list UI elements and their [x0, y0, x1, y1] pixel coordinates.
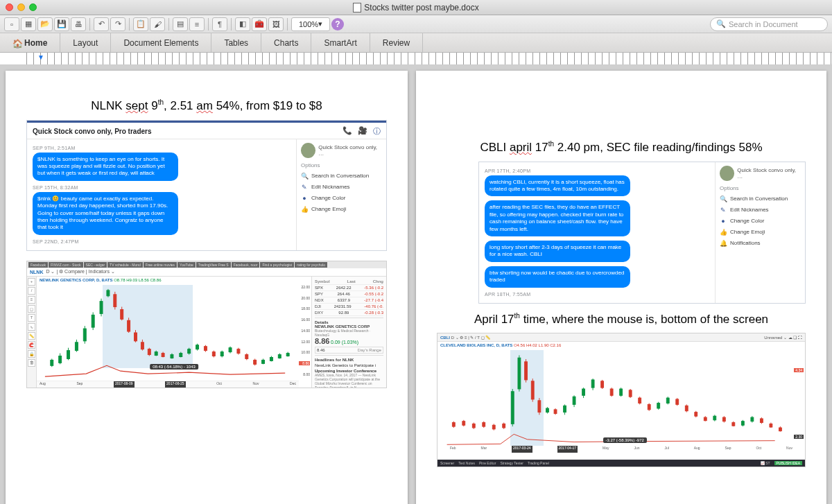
svg-rect-63	[452, 423, 455, 427]
tab-review[interactable]: Review	[370, 33, 423, 52]
browser-tab: rating for psycholo	[295, 262, 327, 268]
tab-smartart[interactable]: SmartArt	[311, 33, 370, 52]
svg-rect-47	[229, 347, 232, 351]
horizontal-ruler[interactable]: ▼	[0, 53, 832, 65]
svg-rect-111	[666, 398, 669, 403]
chart-measure-tag: -3.27 (-58.39%) -972	[603, 437, 647, 443]
show-nonprinting-button[interactable]: ¶	[212, 17, 227, 31]
search-in-document[interactable]: 🔍 Search in Document	[710, 17, 828, 31]
svg-rect-59	[278, 354, 281, 358]
axis-price-lo: 2.30	[794, 435, 804, 439]
svg-rect-33	[171, 354, 173, 358]
bell-icon: 🔔	[720, 240, 727, 247]
zoom-window-button[interactable]	[29, 3, 37, 11]
phone-icon: 📞	[343, 126, 352, 137]
fib-tool: ≡	[28, 296, 35, 304]
candlestick-chart	[440, 350, 788, 447]
svg-rect-115	[685, 406, 688, 410]
svg-rect-93	[582, 389, 585, 395]
print-button[interactable]: 🖶	[71, 17, 86, 31]
chat-bubble: long story short after 2-3 days of squee…	[485, 241, 630, 262]
templates-button[interactable]: ▦	[21, 17, 36, 31]
chart-toolbar: CBLI D ⌄ ⚙ ≡ | ✎ / T ◻ 📏 Unnamed ⌄ ☁ ❏ ⛶	[437, 333, 805, 342]
cursor-tool: +	[28, 278, 35, 286]
tradingview-screenshot-2: CBLI D ⌄ ⚙ ≡ | ✎ / T ◻ 📏 Unnamed ⌄ ☁ ❏ ⛶…	[437, 333, 806, 467]
tab-charts[interactable]: Charts	[261, 33, 311, 52]
chat-bubble: btw shorting now would be chaotic due to…	[485, 266, 630, 288]
svg-rect-53	[254, 360, 257, 364]
svg-rect-45	[220, 351, 223, 356]
avatar	[301, 143, 315, 158]
svg-rect-69	[483, 423, 485, 427]
browser-tabstrip: Facebook FINVIZ.com - Stock SEC - edgar …	[27, 261, 386, 268]
browser-tab: SEC - edgar	[84, 262, 107, 268]
traffic-lights	[6, 3, 37, 11]
pattern-tool: ∿	[28, 323, 35, 331]
save-button[interactable]: 💾	[54, 17, 69, 31]
svg-rect-135	[779, 428, 781, 431]
svg-rect-81	[531, 381, 534, 399]
tab-document-elements[interactable]: Document Elements	[111, 33, 211, 52]
svg-rect-67	[472, 424, 475, 428]
svg-rect-125	[732, 423, 735, 426]
close-window-button[interactable]	[6, 3, 13, 11]
svg-rect-3	[59, 356, 62, 363]
svg-rect-37	[188, 349, 191, 353]
zoom-dropdown[interactable]: 100% ▾	[291, 17, 330, 31]
document-canvas[interactable]: NLNK sept 9th, 2.51 am 54%, from $19 to …	[0, 65, 832, 504]
svg-rect-79	[525, 362, 528, 380]
format-painter-button[interactable]: 🖌	[150, 17, 165, 31]
media-button[interactable]: 🖼	[268, 17, 284, 31]
messenger-screenshot-1: Quick Stock convo only, Pro traders 📞 🎥 …	[26, 120, 387, 251]
page-1: NLNK sept 9th, 2.51 am 54%, from $19 to …	[6, 71, 408, 504]
page1-headline: NLNK sept 9th, 2.51 am 54%, from $19 to …	[26, 98, 387, 113]
shape-tool: ◻	[28, 305, 35, 313]
columns-button[interactable]: ≡	[189, 17, 205, 31]
document-icon	[353, 3, 361, 12]
info-icon: ⓘ	[373, 126, 381, 137]
svg-rect-105	[639, 398, 641, 403]
browser-tab: Find a psychologist	[260, 262, 294, 268]
tab-layout[interactable]: Layout	[60, 33, 111, 52]
undo-button[interactable]: ↶	[94, 17, 109, 31]
svg-rect-17	[114, 295, 116, 307]
chat-header-icons: 📞 🎥 ⓘ	[343, 126, 381, 137]
color-icon: ●	[720, 218, 727, 225]
sidebar-toggle-button[interactable]: ◧	[235, 17, 250, 31]
svg-rect-57	[270, 357, 272, 360]
mac-titlebar: Stocks twitter post maybe.docx	[0, 0, 832, 15]
tables-button[interactable]: ▤	[173, 17, 188, 31]
redo-button[interactable]: ↷	[110, 17, 125, 31]
svg-rect-31	[162, 353, 164, 356]
line-tool: /	[28, 287, 35, 295]
search-icon: 🔍	[720, 195, 727, 202]
svg-rect-73	[503, 424, 505, 428]
tab-tables[interactable]: Tables	[211, 33, 261, 52]
svg-rect-27	[148, 349, 150, 354]
help-button[interactable]: ?	[331, 18, 344, 31]
svg-rect-121	[713, 416, 716, 420]
minimize-window-button[interactable]	[17, 3, 25, 11]
svg-rect-109	[657, 403, 660, 408]
svg-rect-21	[128, 320, 130, 331]
tab-home[interactable]: 🏠Home	[0, 33, 60, 52]
search-placeholder: Search in Document	[729, 20, 798, 28]
indent-marker[interactable]: ▼	[37, 53, 44, 61]
open-button[interactable]: 📂	[37, 17, 53, 31]
avatar	[720, 166, 734, 181]
svg-rect-11	[92, 315, 94, 327]
time-axis: Aug Sep 2017-08-09 2017-08-25 Oct Nov De…	[37, 381, 299, 388]
new-doc-button[interactable]: ▫	[4, 17, 19, 31]
svg-rect-29	[155, 351, 157, 355]
svg-rect-9	[83, 329, 86, 341]
trash-tool: 🗑	[28, 359, 35, 367]
paste-button[interactable]: 📋	[133, 17, 148, 31]
svg-rect-133	[770, 424, 772, 428]
svg-rect-95	[591, 380, 594, 388]
page-2: CBLI april 17th 2.40 pm, SEC file readin…	[416, 71, 826, 504]
browser-tab: Facebook	[28, 262, 48, 268]
toolbox-button[interactable]: 🧰	[252, 17, 267, 31]
ruler-ticks	[26, 53, 832, 64]
pencil-icon: ✎	[301, 184, 308, 191]
magnet-tool: 🧲	[28, 341, 35, 349]
